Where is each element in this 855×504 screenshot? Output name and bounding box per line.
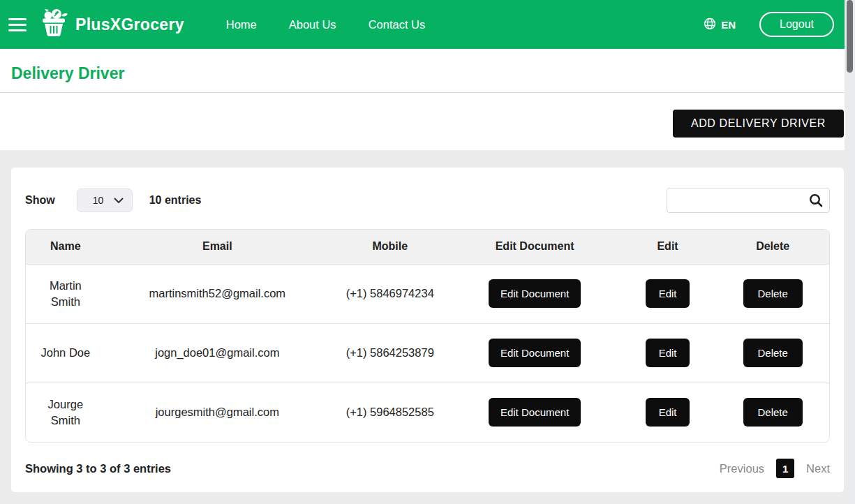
main-nav: Home About Us Contact Us: [226, 18, 426, 31]
search-input[interactable]: [667, 188, 830, 213]
drivers-table: Name Email Mobile Edit Document Edit Del…: [25, 229, 830, 443]
globe-icon: [704, 17, 716, 32]
page-title: Delivery Driver: [0, 49, 855, 83]
page-header-section: Delivery Driver ADD DELIVERY DRIVER: [0, 49, 855, 150]
page-size-value: 10: [93, 195, 104, 206]
vertical-scrollbar[interactable]: [845, 0, 855, 504]
driver-name: John Doe: [26, 323, 105, 383]
table-footer: Showing 3 to 3 of 3 entries Previous 1 N…: [25, 459, 830, 481]
driver-mobile: (+1) 5846974234: [329, 264, 451, 323]
edit-document-button[interactable]: Edit Document: [489, 339, 581, 367]
delete-button[interactable]: Delete: [743, 339, 803, 367]
pagination: Previous 1 Next: [720, 459, 830, 478]
page-size-select[interactable]: 10: [77, 188, 133, 212]
column-header-name: Name: [26, 230, 105, 264]
driver-mobile: (+1) 5964852585: [329, 383, 451, 442]
driver-mobile: (+1) 5864253879: [329, 323, 451, 383]
edit-document-button[interactable]: Edit Document: [489, 398, 581, 427]
grocery-basket-icon: [38, 8, 69, 40]
column-header-delete: Delete: [716, 230, 829, 264]
column-header-edit: Edit: [619, 230, 717, 264]
brand-name: PlusXGrocery: [75, 15, 184, 34]
pagination-page-1[interactable]: 1: [776, 459, 794, 478]
column-header-edit-document: Edit Document: [451, 230, 619, 264]
nav-home[interactable]: Home: [226, 18, 257, 31]
delete-button[interactable]: Delete: [743, 279, 803, 308]
driver-email: martinsmith52@gmail.com: [105, 264, 329, 323]
show-label: Show: [25, 194, 55, 207]
driver-name: Martin Smith: [26, 264, 105, 323]
language-code: EN: [721, 19, 736, 31]
edit-document-button[interactable]: Edit Document: [489, 279, 581, 308]
table-header-row: Name Email Mobile Edit Document Edit Del…: [26, 230, 829, 264]
entries-summary: Showing 3 to 3 of 3 entries: [25, 462, 171, 475]
edit-button[interactable]: Edit: [646, 398, 690, 427]
language-selector[interactable]: EN: [704, 17, 736, 32]
edit-button[interactable]: Edit: [646, 279, 690, 308]
edit-button[interactable]: Edit: [646, 339, 690, 367]
scrollbar-thumb[interactable]: [847, 0, 853, 73]
add-delivery-driver-button[interactable]: ADD DELIVERY DRIVER: [673, 110, 844, 138]
search-icon[interactable]: [808, 193, 824, 211]
app-viewport: PlusXGrocery Home About Us Contact Us EN…: [0, 0, 855, 504]
top-navbar: PlusXGrocery Home About Us Contact Us EN…: [0, 0, 855, 49]
table-row: Martin Smith martinsmith52@gmail.com (+1…: [26, 264, 829, 323]
logout-button[interactable]: Logout: [759, 12, 834, 37]
chevron-down-icon: [114, 194, 124, 207]
driver-email: jourgesmith@gmail.com: [105, 383, 329, 442]
brand-logo[interactable]: PlusXGrocery: [38, 8, 184, 40]
table-controls: Show 10 10 entries: [25, 188, 830, 213]
entries-count-label: 10 entries: [149, 194, 202, 207]
nav-about-us[interactable]: About Us: [289, 18, 336, 31]
pagination-next[interactable]: Next: [806, 462, 830, 475]
nav-contact-us[interactable]: Contact Us: [369, 18, 426, 31]
delete-button[interactable]: Delete: [743, 398, 803, 427]
table-row: Jourge Smith jourgesmith@gmail.com (+1) …: [26, 383, 829, 442]
menu-icon[interactable]: [8, 18, 27, 31]
table-row: John Doe jogn_doe01@gmail.com (+1) 58642…: [26, 323, 829, 383]
driver-email: jogn_doe01@gmail.com: [105, 323, 329, 383]
pagination-previous[interactable]: Previous: [720, 462, 764, 475]
column-header-mobile: Mobile: [329, 230, 451, 264]
column-header-email: Email: [105, 230, 329, 264]
driver-name: Jourge Smith: [26, 383, 105, 442]
drivers-table-card: Show 10 10 entries: [11, 168, 844, 492]
